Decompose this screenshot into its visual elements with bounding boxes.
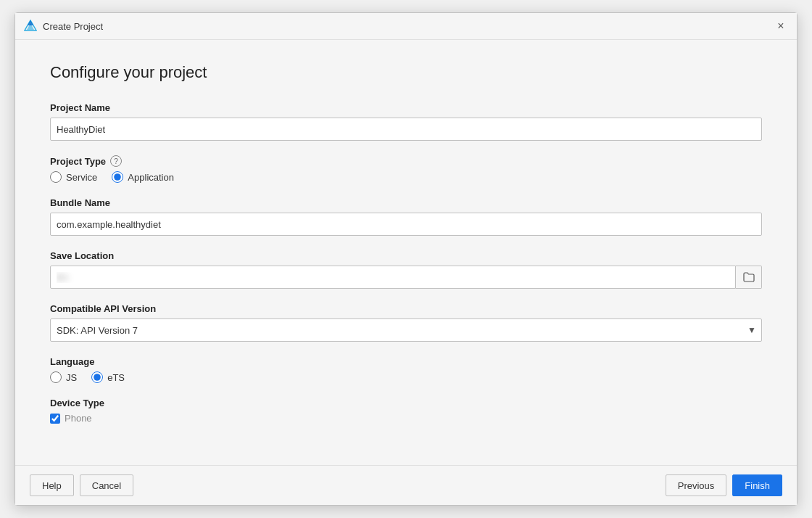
project-name-group: Project Name (50, 102, 762, 141)
bundle-name-label: Bundle Name (50, 197, 762, 208)
language-group: Language JS eTS (50, 356, 762, 383)
project-type-radio-group: Service Application (50, 171, 762, 183)
app-logo-icon (24, 20, 37, 33)
dialog-content: Configure your project Project Name Proj… (15, 40, 797, 465)
close-button[interactable]: × (774, 19, 788, 33)
save-location-input-group (50, 266, 762, 289)
save-location-label: Save Location (50, 250, 762, 261)
api-version-label: Compatible API Version (50, 303, 762, 314)
service-radio[interactable] (50, 171, 62, 183)
api-version-group: Compatible API Version SDK: API Version … (50, 303, 762, 342)
device-type-label: Device Type (50, 398, 762, 408)
footer-left-actions: Help Cancel (30, 474, 133, 496)
application-label: Application (128, 172, 174, 183)
ets-label: eTS (107, 372, 125, 383)
ets-radio[interactable] (91, 371, 103, 383)
service-radio-item[interactable]: Service (50, 171, 97, 183)
js-radio[interactable] (50, 371, 62, 383)
project-type-group: Project Type ? Service Application (50, 155, 762, 183)
phone-checkbox-item[interactable]: Phone (50, 413, 762, 424)
language-label: Language (50, 356, 762, 367)
project-name-input[interactable] (50, 118, 762, 141)
service-label: Service (66, 172, 97, 183)
help-icon[interactable]: ? (110, 155, 122, 167)
cancel-button[interactable]: Cancel (80, 474, 133, 496)
project-name-label: Project Name (50, 102, 762, 113)
api-version-select-wrapper: SDK: API Version 7 SDK: API Version 8 SD… (50, 318, 762, 342)
phone-label: Phone (65, 413, 92, 424)
save-location-group: Save Location (50, 250, 762, 289)
dialog-footer: Help Cancel Previous Finish (15, 465, 797, 505)
footer-right-actions: Previous Finish (666, 474, 782, 496)
browse-folder-button[interactable] (736, 266, 762, 289)
finish-button[interactable]: Finish (732, 474, 782, 496)
ets-radio-item[interactable]: eTS (91, 371, 125, 383)
save-location-input[interactable] (50, 266, 736, 289)
bundle-name-input[interactable] (50, 213, 762, 236)
help-button[interactable]: Help (30, 474, 74, 496)
page-title: Configure your project (50, 63, 762, 82)
phone-checkbox[interactable] (50, 414, 60, 424)
js-label: JS (66, 372, 77, 383)
api-version-select[interactable]: SDK: API Version 7 SDK: API Version 8 SD… (50, 318, 762, 342)
js-radio-item[interactable]: JS (50, 371, 77, 383)
dialog-title: Create Project (43, 21, 103, 32)
application-radio[interactable] (112, 171, 123, 183)
language-radio-group: JS eTS (50, 371, 762, 383)
bundle-name-group: Bundle Name (50, 197, 762, 236)
title-bar: Create Project × (15, 13, 797, 40)
application-radio-item[interactable]: Application (112, 171, 174, 183)
previous-button[interactable]: Previous (666, 474, 727, 496)
folder-icon (743, 272, 755, 282)
project-type-label: Project Type ? (50, 155, 762, 167)
dialog: Create Project × Configure your project … (14, 12, 798, 506)
title-bar-left: Create Project (24, 20, 103, 33)
device-type-group: Device Type Phone (50, 398, 762, 424)
